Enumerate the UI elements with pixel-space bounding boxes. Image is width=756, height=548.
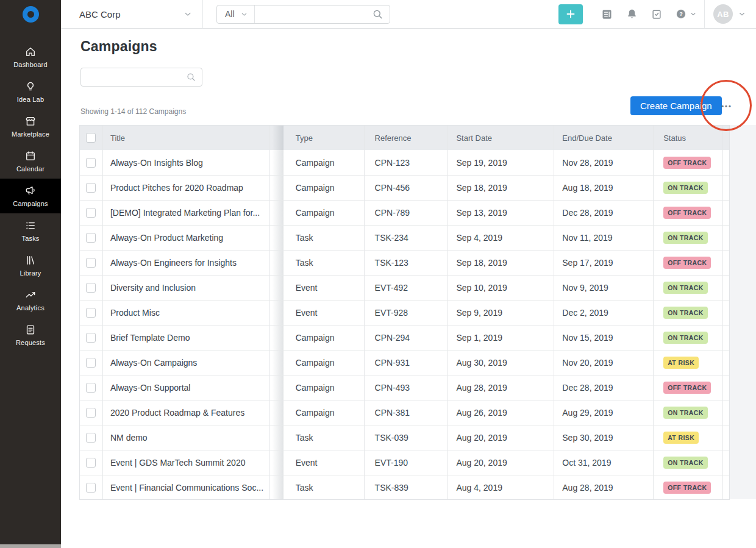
campaign-title-cell[interactable]: Always-On Engineers for Insights xyxy=(102,251,269,275)
row-checkbox[interactable] xyxy=(86,258,96,268)
table-row[interactable]: Always-On CampaignsCampaignCPN-931Aug 30… xyxy=(80,350,729,375)
sidebar-item-calendar[interactable]: Calendar xyxy=(0,144,61,179)
status-cell: ON TRACK xyxy=(653,450,722,475)
campaign-title-cell[interactable]: Always-On Supportal xyxy=(102,375,269,400)
row-checkbox[interactable] xyxy=(86,483,96,493)
row-checkbox[interactable] xyxy=(86,183,96,193)
table-row[interactable]: Product Pitches for 2020 RoadmapCampaign… xyxy=(80,175,729,200)
sidebar-item-marketplace[interactable]: Marketplace xyxy=(0,109,61,144)
create-campaign-button[interactable]: Create Campaign xyxy=(630,96,722,115)
notifications-bell-icon[interactable] xyxy=(625,8,638,21)
sidebar-item-label: Campaigns xyxy=(13,200,48,207)
table-row[interactable]: Always-On Product MarketingTaskTSK-234Se… xyxy=(80,225,729,250)
status-cell: OFF TRACK xyxy=(653,251,722,275)
table-row[interactable]: Diversity and InclusionEventEVT-492Sep 1… xyxy=(80,275,729,300)
clipboard-check-icon[interactable] xyxy=(650,8,663,20)
row-checkbox[interactable] xyxy=(86,383,96,393)
status-cell: ON TRACK xyxy=(653,400,722,425)
row-tail-cell xyxy=(722,150,729,175)
status-badge: AT RISK xyxy=(663,432,699,444)
more-options-button[interactable]: ••• xyxy=(713,96,740,115)
table-row[interactable]: Event | Financial Communications Soc...T… xyxy=(80,475,729,500)
sidebar-item-library[interactable]: Library xyxy=(0,248,61,283)
table-row[interactable]: Always-On Insights BlogCampaignCPN-123Se… xyxy=(80,150,729,175)
campaign-title-cell[interactable]: 2020 Product Roadmap & Features xyxy=(102,400,269,425)
campaign-title-cell[interactable]: [DEMO] Integrated Marketing Plan for... xyxy=(102,201,269,225)
sidebar-item-requests[interactable]: Requests xyxy=(0,318,61,352)
frozen-column-shadow xyxy=(269,150,284,175)
row-checkbox[interactable] xyxy=(86,408,96,418)
campaign-title-cell[interactable]: Always-On Insights Blog xyxy=(102,150,269,175)
org-selector[interactable]: ABC Corp xyxy=(79,9,193,20)
campaign-title-cell[interactable]: NM demo xyxy=(102,425,269,450)
end-date-cell: Oct 31, 2019 xyxy=(554,450,653,475)
row-checkbox[interactable] xyxy=(86,433,96,443)
row-checkbox[interactable] xyxy=(86,358,96,368)
account-menu[interactable]: AB xyxy=(713,4,746,24)
row-checkbox[interactable] xyxy=(86,233,96,243)
campaign-title-cell[interactable]: Diversity and Inclusion xyxy=(102,276,269,300)
table-row[interactable]: [DEMO] Integrated Marketing Plan for...C… xyxy=(80,200,729,225)
sidebar-item-label: Marketplace xyxy=(12,130,49,138)
sidebar-item-analytics[interactable]: Analytics xyxy=(0,283,61,318)
table-row[interactable]: Brief Template DemoCampaignCPN-294Sep 1,… xyxy=(80,325,729,350)
topbar-actions: ? AB xyxy=(558,0,756,28)
row-checkbox[interactable] xyxy=(86,158,96,168)
create-new-button[interactable] xyxy=(558,4,583,24)
reference-cell: TSK-039 xyxy=(364,425,448,450)
campaign-title-cell[interactable]: Always-On Product Marketing xyxy=(102,226,269,250)
column-header-end-date[interactable]: End/Due Date xyxy=(554,126,653,150)
column-header-type[interactable]: Type xyxy=(284,126,364,150)
table-row[interactable]: Event | GDS MarTech Summit 2020EventEVT-… xyxy=(80,450,729,475)
sidebar-item-tasks[interactable]: Tasks xyxy=(0,213,61,248)
status-cell: OFF TRACK xyxy=(653,201,722,225)
plus-icon xyxy=(565,8,577,20)
global-search: All xyxy=(216,5,390,24)
logo-ring-icon xyxy=(23,6,39,23)
sidebar-item-label: Tasks xyxy=(21,235,39,242)
column-header-title[interactable]: Title xyxy=(102,126,269,150)
row-tail-cell xyxy=(722,425,729,450)
row-checkbox[interactable] xyxy=(86,208,96,218)
table-row[interactable]: Always-On SupportalCampaignCPN-493Aug 28… xyxy=(80,375,729,400)
campaign-title-cell[interactable]: Product Pitches for 2020 Roadmap xyxy=(102,176,269,200)
end-date-cell: Dec 28, 2019 xyxy=(554,375,653,400)
sidebar-item-dashboard[interactable]: Dashboard xyxy=(0,40,61,74)
search-scope-dropdown[interactable]: All xyxy=(217,5,255,23)
campaign-title-cell[interactable]: Event | GDS MarTech Summit 2020 xyxy=(102,450,269,475)
row-checkbox-cell xyxy=(80,375,102,400)
row-checkbox[interactable] xyxy=(86,308,96,318)
sidebar-item-label: Requests xyxy=(16,339,45,346)
campaign-title-cell[interactable]: Always-On Campaigns xyxy=(102,351,269,375)
table-row[interactable]: Always-On Engineers for InsightsTaskTSK-… xyxy=(80,250,729,275)
campaign-title-cell[interactable]: Brief Template Demo xyxy=(102,326,269,350)
calendar-icon xyxy=(24,150,37,162)
row-checkbox-cell xyxy=(80,351,102,375)
campaign-title-cell[interactable]: Product Misc xyxy=(102,301,269,325)
column-header-reference[interactable]: Reference xyxy=(364,126,448,150)
table-row[interactable]: NM demoTaskTSK-039Aug 20, 2019Sep 30, 20… xyxy=(80,425,729,450)
row-checkbox[interactable] xyxy=(86,333,96,343)
start-date-cell: Aug 20, 2019 xyxy=(447,425,554,450)
campaign-title-cell[interactable]: Event | Financial Communications Soc... xyxy=(102,475,269,499)
row-checkbox[interactable] xyxy=(86,283,96,293)
global-search-input[interactable] xyxy=(255,6,372,23)
column-header-status[interactable]: Status xyxy=(653,126,722,150)
help-menu[interactable]: ? xyxy=(675,8,697,20)
row-checkbox[interactable] xyxy=(86,458,96,468)
table-row[interactable]: 2020 Product Roadmap & FeaturesCampaignC… xyxy=(80,400,729,425)
row-checkbox-cell xyxy=(80,301,102,325)
sidebar-item-label: Calendar xyxy=(16,165,45,173)
frozen-column-shadow xyxy=(269,226,284,250)
search-icon[interactable] xyxy=(372,9,383,20)
reference-cell: TSK-123 xyxy=(364,251,448,275)
sidebar-item-campaigns[interactable]: Campaigns xyxy=(0,179,61,213)
campaign-search-input[interactable] xyxy=(81,69,186,85)
status-cell: OFF TRACK xyxy=(653,475,722,499)
journal-icon[interactable] xyxy=(600,8,613,21)
column-header-start-date[interactable]: Start Date xyxy=(447,126,554,150)
select-all-checkbox[interactable] xyxy=(86,133,96,143)
sidebar-item-idea-lab[interactable]: Idea Lab xyxy=(0,74,61,109)
app-logo[interactable] xyxy=(0,0,61,29)
table-row[interactable]: Product MiscEventEVT-928Sep 9, 2019Dec 2… xyxy=(80,300,729,325)
